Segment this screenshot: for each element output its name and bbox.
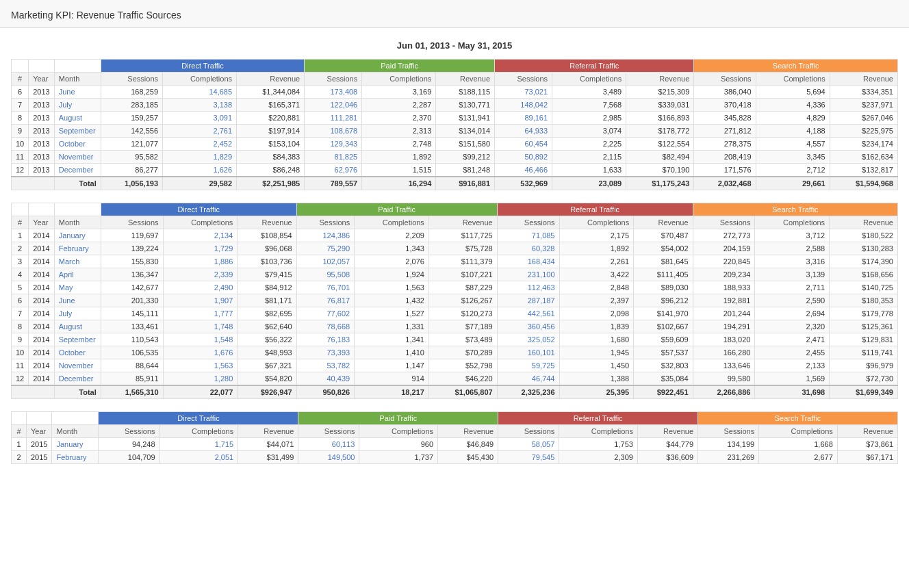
d-sessions: 145,111	[101, 307, 163, 320]
sh-s-completions: Completions	[759, 425, 838, 438]
p-sessions: 76,183	[296, 333, 355, 346]
s-revenue: $237,971	[830, 99, 897, 112]
sh-month: Month	[54, 216, 101, 229]
p-sessions: 77,602	[296, 307, 355, 320]
r-revenue: $178,772	[626, 125, 694, 138]
r-completions: 3,422	[559, 268, 634, 281]
d-completions: 1,548	[163, 333, 238, 346]
r-revenue: $59,609	[634, 333, 693, 346]
p-completions: 1,147	[355, 359, 429, 372]
d-revenue: $84,912	[238, 281, 296, 294]
th-month	[52, 412, 99, 425]
sh-r-completions: Completions	[559, 425, 638, 438]
p-sessions: 124,386	[296, 229, 355, 242]
sh-r-sessions: Sessions	[498, 425, 559, 438]
row-num: 11	[12, 359, 29, 372]
d-completions: 2,051	[159, 451, 238, 464]
tot-r-c: 25,395	[559, 385, 634, 399]
s-sessions: 370,418	[694, 99, 756, 112]
p-revenue: $111,379	[428, 255, 497, 268]
row-num: 9	[12, 333, 29, 346]
r-sessions: 112,463	[497, 281, 559, 294]
row-month: August	[54, 112, 101, 125]
p-completions: 3,169	[362, 86, 436, 99]
s-revenue: $267,046	[830, 112, 897, 125]
table-row: 11 2013 November 95,582 1,829 $84,383 81…	[12, 151, 898, 164]
r-sessions: 71,085	[497, 229, 559, 242]
s-revenue: $119,741	[830, 346, 898, 359]
p-revenue: $70,289	[428, 346, 497, 359]
s-revenue: $96,979	[830, 359, 898, 372]
s-sessions: 166,280	[693, 346, 755, 359]
sh-s-completions: Completions	[755, 216, 830, 229]
s-sessions: 99,580	[693, 372, 755, 386]
s-sessions: 231,269	[698, 451, 759, 464]
row-num: 9	[12, 125, 29, 138]
p-sessions: 62,976	[305, 164, 362, 177]
s-completions: 3,316	[755, 255, 830, 268]
sh-s-sessions: Sessions	[693, 216, 755, 229]
row-month: September	[54, 333, 101, 346]
table-row: 7 2014 July 145,111 1,777 $82,695 77,602…	[12, 307, 898, 320]
s-completions: 1,569	[755, 372, 830, 386]
p-revenue: $52,798	[428, 359, 497, 372]
d-sessions: 155,830	[101, 255, 163, 268]
table-row: 2 2015 February 104,709 2,051 $31,499 14…	[12, 451, 898, 464]
p-revenue: $134,014	[436, 125, 495, 138]
r-revenue: $57,537	[634, 346, 693, 359]
d-sessions: 88,644	[101, 359, 163, 372]
tot-r-s: 2,325,236	[497, 385, 559, 399]
r-sessions: 287,187	[497, 294, 559, 307]
row-num: 11	[12, 151, 29, 164]
s-sessions: 192,881	[693, 294, 755, 307]
s-revenue: $67,171	[837, 451, 897, 464]
r-sessions: 442,561	[497, 307, 559, 320]
row-year: 2014	[29, 372, 54, 386]
d-completions: 14,685	[163, 86, 237, 99]
s-revenue: $334,351	[830, 86, 897, 99]
row-month: January	[52, 438, 99, 451]
d-completions: 1,748	[163, 320, 238, 333]
r-sessions: 79,545	[498, 451, 559, 464]
d-completions: 1,907	[163, 294, 238, 307]
r-revenue: $166,893	[626, 112, 694, 125]
d-sessions: 106,535	[101, 346, 163, 359]
sh-year: Year	[29, 73, 54, 86]
d-completions: 1,729	[163, 242, 238, 255]
d-revenue: $54,820	[238, 372, 296, 386]
row-year: 2013	[29, 125, 54, 138]
r-completions: 1,945	[559, 346, 634, 359]
sh-s-revenue: Revenue	[830, 73, 897, 86]
table-row: 9 2014 September 110,543 1,548 $56,322 7…	[12, 333, 898, 346]
row-num: 12	[12, 164, 29, 177]
header-search: Search Traffic	[698, 412, 898, 425]
p-revenue: $75,728	[428, 242, 497, 255]
row-month: April	[54, 268, 101, 281]
th-hash	[12, 203, 29, 216]
s-sessions: 278,375	[694, 138, 756, 151]
tot-p-r: $1,065,807	[428, 385, 497, 399]
sh-r-revenue: Revenue	[626, 73, 694, 86]
d-revenue: $56,322	[238, 333, 296, 346]
total-row: Total 1,565,310 22,077 $926,947 950,826 …	[12, 385, 898, 399]
row-month: January	[54, 229, 101, 242]
sh-s-sessions: Sessions	[694, 73, 756, 86]
row-month: November	[54, 151, 101, 164]
d-completions: 1,829	[163, 151, 237, 164]
tot-d-c: 29,582	[163, 177, 237, 190]
d-sessions: 139,224	[101, 242, 163, 255]
s-revenue: $125,361	[830, 320, 898, 333]
d-sessions: 121,077	[101, 138, 162, 151]
s-completions: 4,188	[756, 125, 830, 138]
s-completions: 2,694	[755, 307, 830, 320]
row-month: September	[54, 125, 101, 138]
tot-r-s: 532,969	[495, 177, 552, 190]
r-sessions: 73,021	[495, 86, 552, 99]
r-revenue: $81,645	[634, 255, 693, 268]
d-sessions: 283,185	[101, 99, 162, 112]
table-row: 3 2014 March 155,830 1,886 $103,736 102,…	[12, 255, 898, 268]
tot-p-c: 16,294	[362, 177, 436, 190]
r-sessions: 60,454	[495, 138, 552, 151]
row-num: 8	[12, 112, 29, 125]
row-year: 2013	[29, 99, 54, 112]
